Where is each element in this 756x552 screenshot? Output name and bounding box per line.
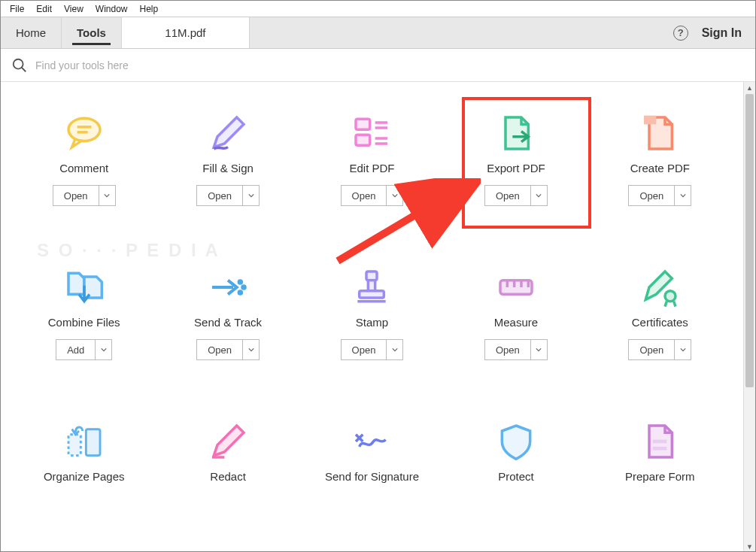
tool-createpdf-label: Create PDF <box>630 162 690 174</box>
menu-edit[interactable]: Edit <box>30 2 58 16</box>
svg-rect-26 <box>68 435 80 456</box>
tool-measure-label: Measure <box>494 316 538 329</box>
sign-in-button[interactable]: Sign In <box>702 26 742 40</box>
tool-measure-open-button[interactable]: Open <box>484 339 531 360</box>
tool-organize-label: Organize Pages <box>44 470 125 483</box>
svg-point-25 <box>665 291 676 302</box>
menu-help[interactable]: Help <box>134 2 165 16</box>
tool-sendforsig-label: Send for Signature <box>325 470 419 483</box>
tool-sendforsig: Send for Signature <box>304 420 440 493</box>
tool-certificates-open-button[interactable]: Open <box>628 339 675 360</box>
svg-rect-11 <box>644 116 656 125</box>
svg-point-14 <box>242 286 245 289</box>
tool-certificates-dropdown[interactable] <box>675 339 691 360</box>
editpdf-icon <box>351 112 393 154</box>
tool-combine-open-button[interactable]: Add <box>56 339 96 360</box>
tool-comment-label: Comment <box>59 162 108 174</box>
tool-combine-dropdown[interactable] <box>96 339 112 360</box>
tools-panel: S O · · · P E D I A Comment Open Fill & … <box>1 82 743 552</box>
svg-point-15 <box>239 291 242 294</box>
tool-stamp-open-button[interactable]: Open <box>341 339 387 360</box>
tool-redact-label: Redact <box>210 470 246 483</box>
tool-sendtrack-dropdown[interactable] <box>243 339 260 360</box>
search-input[interactable] <box>35 59 745 71</box>
tool-comment-dropdown[interactable] <box>99 185 116 206</box>
tool-stamp-label: Stamp <box>356 316 388 329</box>
help-icon[interactable]: ? <box>673 26 688 41</box>
certificates-icon <box>639 266 681 308</box>
tool-exportpdf-open-button[interactable]: Open <box>484 185 531 206</box>
tool-prepareform: Prepare Form <box>592 420 728 493</box>
tool-editpdf-open-button[interactable]: Open <box>341 185 387 206</box>
tool-editpdf: Edit PDF Open <box>304 112 440 206</box>
tool-exportpdf-label: Export PDF <box>487 162 545 174</box>
menu-view[interactable]: View <box>58 2 90 16</box>
sendforsig-icon <box>351 420 393 463</box>
sendtrack-icon <box>207 266 249 308</box>
scroll-up-icon[interactable]: ▲ <box>744 82 755 94</box>
menubar: File Edit View Window Help <box>1 1 755 17</box>
exportpdf-icon <box>495 112 537 154</box>
menu-file[interactable]: File <box>4 2 30 16</box>
stamp-icon <box>351 266 393 308</box>
svg-rect-17 <box>369 281 375 291</box>
tool-protect-label: Protect <box>498 470 534 483</box>
tool-editpdf-label: Edit PDF <box>349 162 394 174</box>
combine-icon <box>63 266 105 308</box>
svg-rect-31 <box>653 440 667 444</box>
tool-createpdf: Create PDF Open <box>592 112 728 206</box>
tool-editpdf-dropdown[interactable] <box>387 185 403 206</box>
organize-icon <box>63 420 105 463</box>
tool-sendtrack-label: Send & Track <box>194 316 262 329</box>
tabbar: Home Tools 11M.pdf ? Sign In <box>1 17 755 49</box>
scroll-down-icon[interactable]: ▼ <box>744 541 755 552</box>
tool-measure-dropdown[interactable] <box>531 339 548 360</box>
watermark: S O · · · P E D I A <box>37 240 220 261</box>
protect-icon <box>495 420 537 463</box>
tool-certificates: Certificates Open <box>592 266 728 360</box>
svg-rect-6 <box>356 135 370 145</box>
tab-document[interactable]: 11M.pdf <box>122 17 250 48</box>
tab-tools[interactable]: Tools <box>62 17 122 48</box>
tool-organize: Organize Pages <box>16 420 152 493</box>
svg-rect-18 <box>360 291 384 298</box>
svg-line-1 <box>22 67 26 71</box>
tool-stamp: Stamp Open <box>304 266 440 360</box>
tool-fillsign-label: Fill & Sign <box>202 162 254 174</box>
search-bar <box>1 49 755 82</box>
tool-comment: Comment Open <box>16 112 152 206</box>
tool-createpdf-dropdown[interactable] <box>675 185 691 206</box>
tool-fillsign-open-button[interactable]: Open <box>196 185 243 206</box>
comment-icon <box>63 112 105 154</box>
svg-point-2 <box>68 118 100 141</box>
prepareform-icon <box>639 420 681 463</box>
fillsign-icon <box>207 112 249 154</box>
tool-createpdf-open-button[interactable]: Open <box>628 185 675 206</box>
tool-redact: Redact <box>159 420 296 493</box>
tool-protect: Protect <box>448 420 584 493</box>
search-icon <box>11 57 28 74</box>
tool-combine: Combine Files Add <box>16 266 152 360</box>
tool-measure: Measure Open <box>448 266 584 360</box>
tool-sendtrack-open-button[interactable]: Open <box>196 339 243 360</box>
tool-stamp-dropdown[interactable] <box>387 339 403 360</box>
tab-home[interactable]: Home <box>1 17 62 48</box>
tool-fillsign: Fill & Sign Open <box>159 112 296 206</box>
svg-rect-16 <box>366 271 377 281</box>
scroll-thumb[interactable] <box>745 94 754 387</box>
tool-prepareform-label: Prepare Form <box>625 470 695 483</box>
svg-rect-32 <box>653 447 667 450</box>
menu-window[interactable]: Window <box>90 2 134 16</box>
createpdf-icon <box>639 112 681 154</box>
tool-certificates-label: Certificates <box>632 316 688 329</box>
tool-sendtrack: Send & Track Open <box>159 266 296 360</box>
scrollbar[interactable]: ▲ ▼ <box>743 82 755 552</box>
measure-icon <box>495 266 537 308</box>
svg-point-0 <box>14 59 23 68</box>
redact-icon <box>207 420 249 463</box>
tool-exportpdf: Export PDF Open <box>448 112 584 206</box>
tool-exportpdf-dropdown[interactable] <box>531 185 548 206</box>
tool-fillsign-dropdown[interactable] <box>243 185 260 206</box>
tool-comment-open-button[interactable]: Open <box>53 185 99 206</box>
svg-rect-5 <box>356 119 370 129</box>
